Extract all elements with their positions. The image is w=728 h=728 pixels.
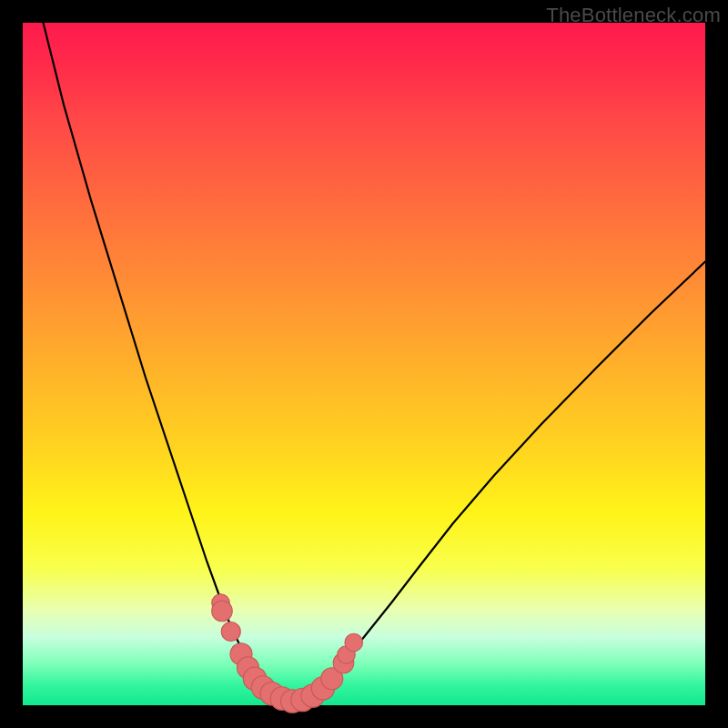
curve-left-branch (44, 23, 297, 704)
chart-plot-area (23, 23, 705, 705)
marker-dot (212, 601, 233, 622)
chart-svg (23, 23, 705, 705)
chart-frame: TheBottleneck.com (0, 0, 728, 728)
watermark-text: TheBottleneck.com (546, 4, 721, 27)
marker-dot (221, 622, 240, 642)
marker-group (212, 594, 363, 713)
marker-dot (345, 633, 363, 652)
